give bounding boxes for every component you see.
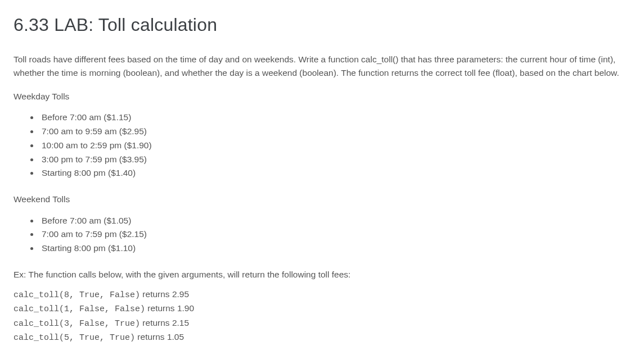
- code-call: calc_toll(3, False, True): [13, 319, 140, 329]
- example-block: calc_toll(8, True, False) returns 2.95 c…: [13, 288, 631, 344]
- example-line: calc_toll(1, False, False) returns 1.90: [13, 302, 631, 316]
- list-item: Before 7:00 am ($1.15): [39, 111, 631, 125]
- weekend-tolls-list: Before 7:00 am ($1.05) 7:00 am to 7:59 p…: [39, 214, 631, 256]
- return-text: returns 1.05: [135, 332, 184, 342]
- code-call: calc_toll(8, True, False): [13, 290, 140, 300]
- page-title: 6.33 LAB: Toll calculation: [13, 11, 631, 38]
- example-line: calc_toll(5, True, True) returns 1.05: [13, 330, 631, 344]
- example-line: calc_toll(8, True, False) returns 2.95: [13, 288, 631, 302]
- weekend-tolls-label: Weekend Tolls: [13, 193, 631, 206]
- example-intro: Ex: The function calls below, with the g…: [13, 268, 631, 281]
- example-line: calc_toll(3, False, True) returns 2.15: [13, 316, 631, 330]
- code-call: calc_toll(1, False, False): [13, 304, 145, 314]
- list-item: 7:00 am to 7:59 pm ($2.15): [39, 227, 631, 242]
- list-item: 10:00 am to 2:59 pm ($1.90): [39, 139, 631, 153]
- list-item: 3:00 pm to 7:59 pm ($3.95): [39, 153, 631, 167]
- return-text: returns 1.90: [145, 303, 194, 313]
- list-item: Before 7:00 am ($1.05): [39, 214, 631, 228]
- list-item: Starting 8:00 pm ($1.10): [39, 242, 631, 256]
- weekday-tolls-list: Before 7:00 am ($1.15) 7:00 am to 9:59 a…: [39, 111, 631, 180]
- list-item: 7:00 am to 9:59 am ($2.95): [39, 125, 631, 139]
- list-item: Starting 8:00 pm ($1.40): [39, 166, 631, 180]
- weekday-tolls-label: Weekday Tolls: [13, 90, 631, 103]
- code-call: calc_toll(5, True, True): [13, 333, 135, 343]
- return-text: returns 2.15: [140, 318, 189, 327]
- problem-description: Toll roads have different fees based on …: [13, 53, 631, 80]
- return-text: returns 2.95: [140, 289, 189, 299]
